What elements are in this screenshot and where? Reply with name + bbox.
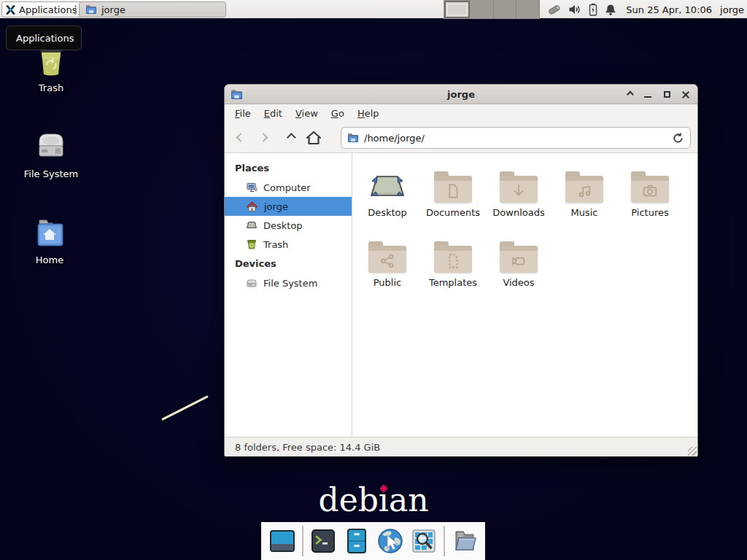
file-icon-view[interactable]: Desktop Documents <box>352 153 697 437</box>
applications-menu-label: Applications <box>19 4 77 15</box>
menu-help[interactable]: Help <box>351 106 386 121</box>
notifications-bell-icon[interactable] <box>605 4 616 16</box>
menu-bar: File Edit View Go Help <box>225 104 697 122</box>
workspace-3[interactable] <box>494 0 517 19</box>
folder-icon <box>85 4 97 15</box>
sidebar-devices-header: Devices <box>225 254 352 273</box>
file-item-videos[interactable]: Videos <box>486 233 551 300</box>
file-item-label: Templates <box>429 277 477 288</box>
directory-menu-icon[interactable] <box>451 527 479 555</box>
sidebar-item-desktop[interactable]: Desktop <box>225 216 352 235</box>
path-text[interactable]: /home/jorge/ <box>364 133 672 144</box>
sidebar-item-file-system[interactable]: File System <box>225 273 352 292</box>
file-item-pictures[interactable]: Pictures <box>617 163 683 230</box>
back-button[interactable] <box>229 128 249 148</box>
download-folder-icon <box>500 171 538 203</box>
desktop-icon-label: Home <box>9 254 90 265</box>
file-item-label: Videos <box>503 277 534 288</box>
web-browser-icon[interactable] <box>376 527 404 555</box>
shade-button[interactable] <box>624 90 633 99</box>
menu-file[interactable]: File <box>228 106 258 121</box>
home-icon <box>246 201 258 212</box>
file-item-public[interactable]: Public <box>355 233 420 300</box>
battery-icon[interactable] <box>588 3 598 16</box>
volume-icon[interactable] <box>568 4 581 15</box>
drive-icon <box>246 277 258 289</box>
sidebar-item-label: Computer <box>263 182 311 193</box>
desktop-icon-file-system[interactable]: File System <box>10 128 92 179</box>
menu-view[interactable]: View <box>289 106 325 121</box>
xfce-logo-icon <box>5 4 16 15</box>
file-item-documents[interactable]: Documents <box>420 163 486 230</box>
dock-separator <box>302 526 303 556</box>
home-button[interactable] <box>303 128 324 148</box>
show-desktop-icon[interactable] <box>268 527 296 555</box>
share-folder-icon <box>368 241 406 273</box>
stray-line-artifact <box>161 395 209 421</box>
window-controls <box>624 85 690 104</box>
applications-menu-button[interactable]: Applications <box>1 1 83 18</box>
reload-icon[interactable] <box>672 132 684 144</box>
desktop-icon-label: File System <box>10 168 92 179</box>
pictures-folder-icon <box>631 171 669 203</box>
close-button[interactable] <box>681 90 690 99</box>
desktop-icon <box>367 171 408 203</box>
templates-folder-icon <box>434 241 472 273</box>
file-item-templates[interactable]: Templates <box>420 233 486 300</box>
file-item-downloads[interactable]: Downloads <box>486 163 551 230</box>
file-item-label: Downloads <box>492 207 544 218</box>
videos-folder-icon <box>500 241 538 273</box>
system-tray: Sun 25 Apr, 10:06 jorge <box>547 0 744 19</box>
desktop-background: Applications jorge <box>0 0 747 560</box>
up-button[interactable] <box>279 128 299 148</box>
window-content: Places Computer <box>225 153 697 437</box>
sidebar: Places Computer <box>225 153 352 437</box>
username-menu[interactable]: jorge <box>720 4 744 15</box>
taskbar-window-label: jorge <box>101 4 125 15</box>
debian-logo: debıan <box>0 481 747 518</box>
application-finder-icon[interactable] <box>410 527 438 555</box>
menu-go[interactable]: Go <box>325 106 351 121</box>
tooltip-text: Applications <box>16 33 74 44</box>
sidebar-item-jorge[interactable]: jorge <box>225 197 352 216</box>
file-manager-icon[interactable] <box>343 527 371 555</box>
file-item-label: Music <box>571 207 598 218</box>
file-item-label: Public <box>374 277 401 288</box>
file-item-label: Pictures <box>631 207 668 218</box>
workspace-4[interactable] <box>516 0 540 19</box>
applications-tooltip: Applications <box>6 26 82 50</box>
clock[interactable]: Sun 25 Apr, 10:06 <box>626 4 712 15</box>
menu-edit[interactable]: Edit <box>258 106 289 121</box>
desktop-icon-home[interactable]: Home <box>9 216 90 265</box>
file-item-label: Documents <box>426 207 480 218</box>
maximize-button[interactable] <box>662 90 671 99</box>
mouse-indicator-icon[interactable] <box>547 3 562 16</box>
home-folder-icon <box>32 216 67 249</box>
location-bar[interactable]: /home/jorge/ <box>341 127 691 149</box>
status-text: 8 folders, Free space: 14.4 GiB <box>235 442 380 453</box>
sidebar-item-trash[interactable]: Trash <box>225 235 352 254</box>
sidebar-item-label: Desktop <box>263 220 303 231</box>
toolbar: /home/jorge/ <box>225 122 697 153</box>
workspace-2[interactable] <box>471 0 494 19</box>
bottom-dock <box>261 522 485 560</box>
sidebar-places-header: Places <box>225 158 352 178</box>
top-panel: Applications jorge <box>0 0 747 19</box>
taskbar-window-button[interactable]: jorge <box>79 1 226 18</box>
dock-separator <box>444 526 445 556</box>
window-titlebar[interactable]: jorge <box>225 85 697 104</box>
document-folder-icon <box>434 171 472 203</box>
sidebar-item-label: Trash <box>263 239 288 250</box>
file-item-desktop[interactable]: Desktop <box>355 163 420 230</box>
workspace-switcher[interactable] <box>444 0 540 19</box>
forward-button[interactable] <box>254 128 274 148</box>
minimize-button[interactable] <box>643 90 652 99</box>
home-icon <box>306 131 322 145</box>
up-icon <box>286 133 295 142</box>
file-item-music[interactable]: Music <box>551 163 617 230</box>
workspace-1[interactable] <box>444 1 470 18</box>
path-folder-icon <box>347 133 359 143</box>
debian-logo-text: debıan <box>318 481 428 518</box>
sidebar-item-computer[interactable]: Computer <box>225 178 352 197</box>
terminal-icon[interactable] <box>309 527 337 555</box>
